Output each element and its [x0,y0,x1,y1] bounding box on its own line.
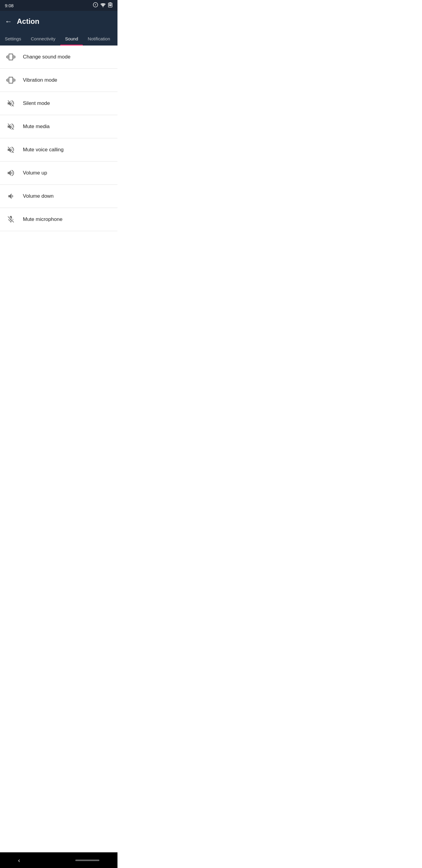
battery-icon [108,2,112,9]
tabs-container: Settings Connectivity Sound Notification… [0,32,118,45]
item-label: Volume up [23,170,47,176]
tab-notification[interactable]: Notification [83,32,115,45]
tab-phone[interactable]: Phone [115,32,118,45]
item-label: Change sound mode [23,54,70,60]
list-item[interactable]: Change sound mode [0,45,118,69]
tab-settings[interactable]: Settings [0,32,26,45]
volume-up-icon [5,167,17,179]
item-label: Mute voice calling [23,147,64,153]
list-item[interactable]: Silent mode [0,92,118,115]
tab-sound[interactable]: Sound [60,32,83,45]
svg-text:T: T [95,4,96,6]
tasker-icon: T [93,2,98,9]
volume-off-icon [5,144,17,156]
item-label: Mute media [23,124,50,130]
volume-down-icon [5,190,17,202]
header: ← Action [0,11,118,32]
item-label: Mute microphone [23,216,62,222]
list-item[interactable]: Volume down [0,185,118,208]
volume-off-icon [5,97,17,110]
tab-connectivity[interactable]: Connectivity [26,32,60,45]
svg-point-2 [103,7,103,7]
back-button[interactable]: ← [5,17,12,26]
svg-rect-4 [109,2,111,3]
list-item[interactable]: Mute microphone [0,208,118,231]
vibrate-icon [5,51,17,63]
list-item[interactable]: Volume up [0,161,118,185]
mic-off-icon [5,213,17,225]
status-icons: T [93,2,112,9]
sound-actions-list: Change sound mode Vibration mode Silent … [0,45,118,231]
item-label: Vibration mode [23,77,57,83]
wifi-icon [100,2,106,8]
list-item[interactable]: Mute media [0,115,118,138]
list-item[interactable]: Mute voice calling [0,138,118,161]
status-time: 9:08 [5,3,13,8]
list-item[interactable]: Vibration mode [0,69,118,92]
item-label: Volume down [23,193,54,199]
vibrate-icon [5,74,17,86]
volume-off-icon [5,121,17,133]
status-bar: 9:08 T [0,0,118,11]
page-title: Action [17,17,39,26]
item-label: Silent mode [23,100,50,106]
